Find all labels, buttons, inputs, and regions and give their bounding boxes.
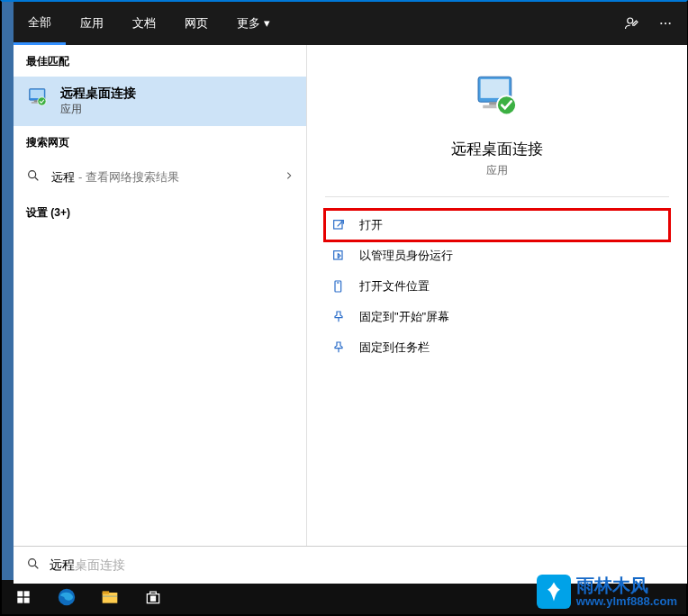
search-web-header: 搜索网页 (14, 126, 306, 158)
preview-subtitle: 应用 (486, 163, 508, 178)
svg-rect-24 (24, 598, 30, 603)
search-icon (26, 557, 41, 575)
watermark-icon (537, 575, 571, 609)
chevron-right-icon (285, 169, 294, 185)
watermark-en: www.ylmf888.com (576, 594, 677, 608)
svg-point-19 (29, 558, 36, 566)
svg-rect-22 (24, 591, 30, 596)
search-typed-text: 远程 (50, 557, 75, 574)
settings-header[interactable]: 设置 (3+) (14, 196, 306, 228)
action-open-file-location[interactable]: 打开文件位置 (325, 271, 669, 302)
action-folder-label: 打开文件位置 (359, 278, 430, 294)
svg-rect-29 (151, 596, 153, 598)
svg-rect-28 (103, 595, 118, 597)
feedback-icon[interactable] (624, 15, 640, 32)
tab-apps-label: 应用 (80, 15, 104, 32)
action-pin-to-taskbar[interactable]: 固定到任务栏 (325, 332, 669, 363)
taskbar-store[interactable] (131, 580, 175, 614)
svg-rect-31 (151, 599, 153, 601)
taskbar-edge[interactable] (45, 580, 88, 614)
preview-pane: 远程桌面连接 应用 打开 以管理员身份运行 (307, 45, 687, 546)
action-run-as-admin[interactable]: 以管理员身份运行 (325, 240, 669, 271)
svg-line-10 (35, 177, 38, 180)
tab-more[interactable]: 更多 ▾ (222, 2, 285, 45)
tab-documents-label: 文档 (132, 15, 156, 32)
taskbar-file-explorer[interactable] (88, 580, 131, 614)
svg-rect-16 (334, 221, 342, 229)
svg-point-1 (660, 23, 662, 24)
preview-title: 远程桌面连接 (451, 139, 543, 159)
tab-web[interactable]: 网页 (170, 2, 222, 45)
svg-rect-32 (153, 599, 155, 601)
svg-rect-26 (103, 593, 118, 603)
svg-point-3 (669, 23, 671, 24)
action-open-label: 打开 (359, 217, 383, 233)
svg-rect-21 (17, 591, 23, 596)
tab-all-label: 全部 (28, 14, 51, 31)
action-admin-label: 以管理员身份运行 (359, 248, 453, 264)
folder-icon (330, 279, 347, 294)
search-icon (26, 168, 44, 186)
desktop-background-strip (2, 2, 14, 587)
rdp-app-icon (26, 86, 51, 111)
svg-point-2 (665, 23, 666, 24)
best-match-item[interactable]: 远程桌面连接 应用 (14, 77, 306, 126)
search-web-query: 远程 (51, 169, 75, 186)
more-options-icon[interactable] (658, 16, 673, 31)
search-tabs-bar: 全部 应用 文档 网页 更多 ▾ (14, 2, 687, 45)
tab-more-label: 更多 ▾ (237, 15, 270, 32)
pin-start-icon (330, 310, 347, 324)
search-web-item[interactable]: 远程 - 查看网络搜索结果 (14, 158, 306, 196)
watermark: 雨林木风 www.ylmf888.com (537, 575, 677, 609)
pin-taskbar-icon (330, 340, 347, 355)
svg-point-8 (38, 97, 46, 105)
action-pintb-label: 固定到任务栏 (359, 340, 430, 356)
search-results-column: 最佳匹配 远程桌面连接 应用 (14, 45, 307, 546)
search-autocomplete-text: 桌面连接 (75, 557, 125, 574)
svg-line-20 (35, 566, 38, 568)
tab-documents[interactable]: 文档 (118, 2, 170, 45)
tab-apps[interactable]: 应用 (66, 2, 118, 45)
rdp-app-icon-large (472, 72, 522, 122)
shield-icon (330, 249, 347, 263)
svg-rect-23 (17, 598, 23, 603)
preview-actions-list: 打开 以管理员身份运行 打开文件位置 (307, 197, 687, 376)
search-web-hint: - 查看网络搜索结果 (78, 169, 179, 186)
start-button[interactable] (2, 580, 45, 614)
tab-web-label: 网页 (185, 15, 208, 32)
best-match-subtitle: 应用 (60, 102, 136, 117)
action-pin-to-start[interactable]: 固定到"开始"屏幕 (325, 302, 669, 332)
svg-point-9 (29, 171, 36, 178)
svg-point-0 (628, 18, 633, 23)
windows-search-panel: 全部 应用 文档 网页 更多 ▾ 最佳匹配 (14, 2, 687, 546)
action-pinstart-label: 固定到"开始"屏幕 (359, 309, 449, 325)
best-match-title: 远程桌面连接 (60, 86, 136, 102)
svg-rect-27 (103, 591, 110, 593)
best-match-header: 最佳匹配 (14, 45, 306, 77)
svg-rect-30 (153, 596, 155, 598)
watermark-cn: 雨林木风 (576, 576, 677, 594)
open-icon (330, 218, 347, 232)
tab-all[interactable]: 全部 (14, 2, 66, 45)
action-open[interactable]: 打开 (325, 210, 669, 240)
